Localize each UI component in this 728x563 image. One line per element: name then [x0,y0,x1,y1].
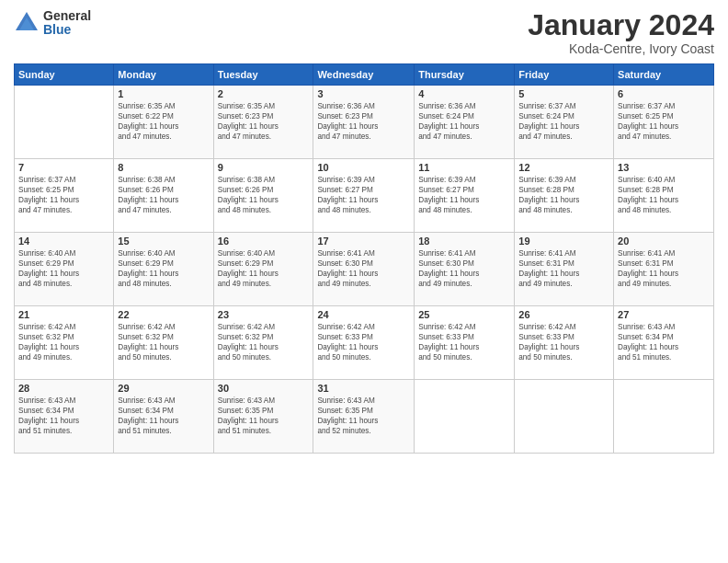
day-number: 9 [218,162,310,173]
day-info: Sunrise: 6:39 AM Sunset: 6:27 PM Dayligh… [317,175,410,215]
day-cell: 8Sunrise: 6:38 AM Sunset: 6:26 PM Daylig… [114,159,213,233]
day-info: Sunrise: 6:41 AM Sunset: 6:30 PM Dayligh… [317,248,410,289]
day-cell: 5Sunrise: 6:37 AM Sunset: 6:24 PM Daylig… [515,86,614,159]
day-info: Sunrise: 6:40 AM Sunset: 6:29 PM Dayligh… [18,248,109,289]
day-header-wednesday: Wednesday [313,64,415,86]
day-info: Sunrise: 6:42 AM Sunset: 6:32 PM Dayligh… [118,322,209,362]
day-info: Sunrise: 6:39 AM Sunset: 6:28 PM Dayligh… [518,175,609,215]
day-cell: 15Sunrise: 6:40 AM Sunset: 6:29 PM Dayli… [114,233,213,306]
day-cell: 20Sunrise: 6:41 AM Sunset: 6:31 PM Dayli… [614,233,714,306]
header-row: SundayMondayTuesdayWednesdayThursdayFrid… [15,64,714,86]
day-info: Sunrise: 6:35 AM Sunset: 6:23 PM Dayligh… [218,101,310,142]
day-number: 27 [618,309,710,320]
day-number: 14 [18,236,109,247]
day-info: Sunrise: 6:42 AM Sunset: 6:33 PM Dayligh… [518,322,609,362]
logo: General Blue [14,9,91,38]
day-number: 5 [518,88,609,99]
day-number: 18 [418,236,510,247]
day-number: 8 [118,162,209,173]
day-cell: 14Sunrise: 6:40 AM Sunset: 6:29 PM Dayli… [15,233,114,306]
day-number: 31 [317,383,410,394]
location: Koda-Centre, Ivory Coast [528,41,714,56]
day-cell: 9Sunrise: 6:38 AM Sunset: 6:26 PM Daylig… [213,159,313,233]
day-cell: 12Sunrise: 6:39 AM Sunset: 6:28 PM Dayli… [515,159,614,233]
week-row-5: 28Sunrise: 6:43 AM Sunset: 6:34 PM Dayli… [15,380,714,454]
day-cell [15,86,114,159]
day-number: 19 [518,236,609,247]
day-header-saturday: Saturday [614,64,714,86]
day-info: Sunrise: 6:37 AM Sunset: 6:25 PM Dayligh… [18,175,109,215]
day-info: Sunrise: 6:36 AM Sunset: 6:24 PM Dayligh… [418,101,510,142]
day-number: 23 [218,309,310,320]
day-info: Sunrise: 6:43 AM Sunset: 6:34 PM Dayligh… [18,396,109,436]
day-cell: 30Sunrise: 6:43 AM Sunset: 6:35 PM Dayli… [213,380,313,454]
day-cell: 3Sunrise: 6:36 AM Sunset: 6:23 PM Daylig… [313,86,415,159]
day-info: Sunrise: 6:40 AM Sunset: 6:28 PM Dayligh… [618,175,710,215]
day-cell: 21Sunrise: 6:42 AM Sunset: 6:32 PM Dayli… [15,306,114,380]
day-info: Sunrise: 6:42 AM Sunset: 6:32 PM Dayligh… [218,322,310,362]
day-cell: 24Sunrise: 6:42 AM Sunset: 6:33 PM Dayli… [313,306,415,380]
day-number: 21 [18,309,109,320]
day-number: 12 [518,162,609,173]
day-cell: 2Sunrise: 6:35 AM Sunset: 6:23 PM Daylig… [213,86,313,159]
day-info: Sunrise: 6:42 AM Sunset: 6:33 PM Dayligh… [317,322,410,362]
week-row-1: 1Sunrise: 6:35 AM Sunset: 6:22 PM Daylig… [15,86,714,159]
day-cell: 27Sunrise: 6:43 AM Sunset: 6:34 PM Dayli… [614,306,714,380]
page: General Blue January 2024 Koda-Centre, I… [0,0,728,563]
day-info: Sunrise: 6:39 AM Sunset: 6:27 PM Dayligh… [418,175,510,215]
logo-blue: Blue [43,23,91,37]
calendar: SundayMondayTuesdayWednesdayThursdayFrid… [14,63,714,454]
day-number: 25 [418,309,510,320]
day-header-tuesday: Tuesday [213,64,313,86]
general-blue-icon [14,10,40,36]
day-number: 20 [618,236,710,247]
day-cell: 26Sunrise: 6:42 AM Sunset: 6:33 PM Dayli… [515,306,614,380]
day-number: 3 [317,88,410,99]
header: General Blue January 2024 Koda-Centre, I… [14,9,714,56]
day-header-monday: Monday [114,64,213,86]
day-cell: 6Sunrise: 6:37 AM Sunset: 6:25 PM Daylig… [614,86,714,159]
day-number: 7 [18,162,109,173]
day-header-thursday: Thursday [415,64,515,86]
day-cell [415,380,515,454]
day-number: 11 [418,162,510,173]
day-cell: 28Sunrise: 6:43 AM Sunset: 6:34 PM Dayli… [15,380,114,454]
day-number: 1 [118,88,209,99]
day-info: Sunrise: 6:37 AM Sunset: 6:24 PM Dayligh… [518,101,609,142]
day-cell: 10Sunrise: 6:39 AM Sunset: 6:27 PM Dayli… [313,159,415,233]
day-number: 26 [518,309,609,320]
day-info: Sunrise: 6:40 AM Sunset: 6:29 PM Dayligh… [118,248,209,289]
day-number: 13 [618,162,710,173]
day-info: Sunrise: 6:35 AM Sunset: 6:22 PM Dayligh… [118,101,209,142]
day-number: 24 [317,309,410,320]
day-number: 16 [218,236,310,247]
day-info: Sunrise: 6:37 AM Sunset: 6:25 PM Dayligh… [618,101,710,142]
week-row-3: 14Sunrise: 6:40 AM Sunset: 6:29 PM Dayli… [15,233,714,306]
day-number: 30 [218,383,310,394]
day-info: Sunrise: 6:41 AM Sunset: 6:31 PM Dayligh… [618,248,710,289]
day-number: 28 [18,383,109,394]
day-info: Sunrise: 6:43 AM Sunset: 6:34 PM Dayligh… [118,396,209,436]
day-cell: 4Sunrise: 6:36 AM Sunset: 6:24 PM Daylig… [415,86,515,159]
month-title: January 2024 [528,9,714,41]
day-number: 4 [418,88,510,99]
day-info: Sunrise: 6:38 AM Sunset: 6:26 PM Dayligh… [218,175,310,215]
day-cell: 18Sunrise: 6:41 AM Sunset: 6:30 PM Dayli… [415,233,515,306]
day-header-friday: Friday [515,64,614,86]
day-cell [614,380,714,454]
day-info: Sunrise: 6:42 AM Sunset: 6:32 PM Dayligh… [18,322,109,362]
title-area: January 2024 Koda-Centre, Ivory Coast [528,9,714,56]
day-cell: 17Sunrise: 6:41 AM Sunset: 6:30 PM Dayli… [313,233,415,306]
day-cell: 19Sunrise: 6:41 AM Sunset: 6:31 PM Dayli… [515,233,614,306]
day-cell: 31Sunrise: 6:43 AM Sunset: 6:35 PM Dayli… [313,380,415,454]
day-info: Sunrise: 6:42 AM Sunset: 6:33 PM Dayligh… [418,322,510,362]
day-cell [515,380,614,454]
day-cell: 7Sunrise: 6:37 AM Sunset: 6:25 PM Daylig… [15,159,114,233]
day-cell: 16Sunrise: 6:40 AM Sunset: 6:29 PM Dayli… [213,233,313,306]
day-number: 29 [118,383,209,394]
logo-text: General Blue [43,9,91,38]
day-cell: 25Sunrise: 6:42 AM Sunset: 6:33 PM Dayli… [415,306,515,380]
day-number: 10 [317,162,410,173]
day-info: Sunrise: 6:43 AM Sunset: 6:35 PM Dayligh… [317,396,410,436]
day-number: 22 [118,309,209,320]
